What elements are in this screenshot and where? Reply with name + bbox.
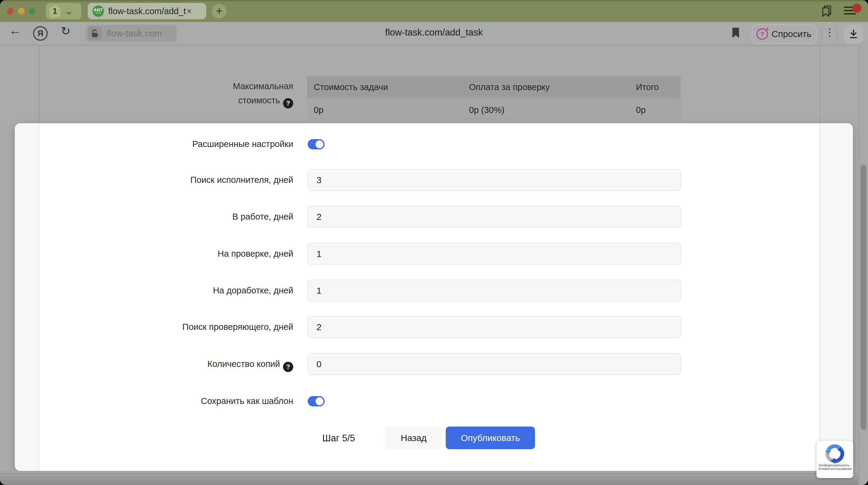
cell-total: 0р [629,98,681,122]
save-template-label: Сохранить как шаблон [75,396,293,406]
tab-group-badge[interactable]: 1 [50,5,60,18]
active-tab[interactable]: ANT TEAM flow-task.com/add_tas × [88,3,206,19]
ask-ai-icon: ? ✦ [756,28,768,40]
help-icon[interactable]: ? [283,362,293,372]
close-window-button[interactable] [7,8,13,14]
ask-ai-button[interactable]: ? ✦ Спросить [752,24,817,44]
recaptcha-line2: Условия использования [818,467,852,471]
fullscreen-window-button[interactable] [29,8,36,14]
notification-badge [852,4,861,13]
profile-menu-icon[interactable] [844,4,862,18]
cell-review-pay: 0р (30%) [462,98,629,122]
toolbar-divider [821,27,822,40]
toggle-knob [315,397,323,405]
max-cost-label: Максимальная стоимость? [75,79,293,108]
browser-window: 1 ⌄ ANT TEAM flow-task.com/add_tas × + [0,0,868,485]
question-glyph: ? [761,31,764,38]
input-copies-count[interactable] [307,353,681,375]
input-on-review-days[interactable] [307,243,681,265]
col-header-task-cost: Стоимость задачи [307,76,462,98]
toggle-knob [315,140,323,148]
kebab-menu-icon[interactable]: ⋮ [825,26,835,38]
field-label-in-progress: В работе, дней [75,212,293,222]
ask-ai-label: Спросить [772,29,811,39]
field-label-on-review: На проверке, дней [75,249,293,259]
recaptcha-logo-icon [825,444,845,463]
toolbar-divider [837,27,837,40]
page-footer-line [0,473,868,474]
bookmark-icon[interactable] [732,27,740,38]
page-layout-line [39,45,39,123]
sparkle-icon: ✦ [766,26,770,32]
browser-toolbar: ← Я ↻ flow-task.com flow-task.com/add_ta… [0,22,868,46]
back-step-button[interactable]: Назад [385,426,442,449]
max-cost-line1: Максимальная [233,81,293,91]
field-label-search-performer: Поиск исполнителя, дней [75,175,293,185]
advanced-settings-label: Расширенные настройки [75,139,293,149]
tab-close-icon[interactable]: × [187,6,192,16]
input-in-progress-days[interactable] [307,206,681,228]
scrollbar-thumb[interactable] [861,165,867,430]
col-header-review-pay: Оплата за проверку [462,76,629,98]
cost-table-value-row: 0р 0р (30%) 0р [307,98,681,122]
bookmarks-panel-icon[interactable] [821,5,833,18]
site-favicon: ANT TEAM [93,5,104,17]
tab-group-control[interactable]: 1 ⌄ [46,3,82,19]
tab-strip: 1 ⌄ ANT TEAM flow-task.com/add_tas × + [0,0,868,22]
publish-button[interactable]: Опубликовать [446,426,535,449]
new-tab-button[interactable]: + [212,4,226,19]
recaptcha-line1: Конфиденциальность - [818,463,851,467]
field-label-copies-count: Количество копий? [75,359,293,372]
cost-table-header-row: Стоимость задачи Оплата за проверку Итог… [307,76,681,98]
col-header-total: Итого [629,76,681,98]
wizard-step-indicator: Шаг 5/5 [271,433,355,444]
chevron-down-icon[interactable]: ⌄ [64,8,74,14]
field-label-on-rework: На доработке, дней [75,285,293,295]
minimize-window-button[interactable] [18,8,25,14]
max-cost-line2: стоимость [238,96,280,105]
input-on-rework-days[interactable] [307,280,681,301]
recaptcha-badge[interactable]: Конфиденциальность - Условия использован… [816,441,853,478]
recaptcha-privacy-text[interactable]: Конфиденциальность - Условия использован… [816,463,853,471]
field-label-search-reviewer: Поиск проверяющего, дней [75,322,293,332]
copies-count-text: Количество копий [207,359,280,369]
cell-task-cost: 0р [307,98,462,122]
menu-line [844,13,856,14]
downloads-button[interactable] [844,24,863,44]
page-layout-line [819,45,820,123]
panel-left-rail [15,123,39,471]
input-search-reviewer-days[interactable] [307,316,681,338]
favicon-subtext: TEAM [95,12,101,14]
favicon-text: ANT [94,8,103,12]
panel-right-rail [819,123,853,471]
cost-table: Стоимость задачи Оплата за проверку Итог… [307,76,681,122]
tab-title: flow-task.com/add_tas [108,6,186,16]
help-icon[interactable]: ? [283,98,293,108]
save-template-toggle[interactable] [308,396,324,407]
input-search-performer-days[interactable] [307,169,681,191]
advanced-settings-toggle[interactable] [308,139,324,150]
